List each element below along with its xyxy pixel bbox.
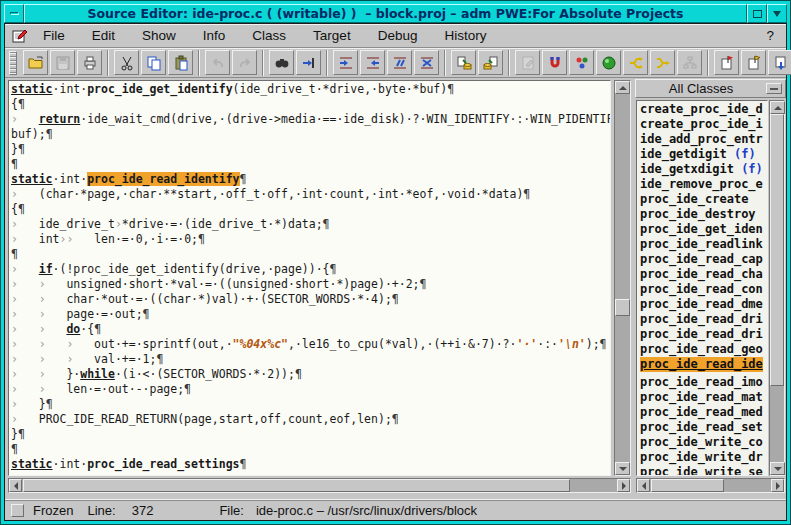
classlist-vscroll-trough[interactable] (770, 114, 784, 462)
code-line: }¶ (11, 427, 610, 442)
menu-class[interactable]: Class (252, 28, 286, 43)
code-line: › (char·*page,·char·**start,·off_t·off,·… (11, 187, 610, 202)
class-list-item[interactable]: proc_ide_readlink (640, 237, 767, 252)
class-list-item[interactable]: create_proc_ide_d (640, 102, 767, 117)
class-list-item[interactable]: proc_ide_destroy (640, 207, 767, 222)
editor-vertical-scrollbar[interactable] (614, 80, 631, 476)
toolbar-button-doc-down-icon[interactable] (768, 50, 791, 75)
class-list-item[interactable]: proc_ide_write_dr (640, 450, 767, 465)
menu-edit[interactable]: Edit (92, 28, 115, 43)
class-panel-header[interactable]: All Classes (635, 79, 786, 98)
toolbar-button-uncomment-icon[interactable] (414, 50, 439, 75)
toolbar-button-palette-icon[interactable] (569, 50, 594, 75)
title-strip: Source Editor: ide-proc.c ( (writable) )… (24, 4, 747, 23)
class-list-item[interactable]: ide_remove_proc_e (640, 177, 767, 192)
toolbar-button-merge-arrows-icon[interactable] (650, 50, 675, 75)
toolbar-button-paste-icon[interactable] (168, 50, 193, 75)
maximize-button[interactable] (747, 4, 767, 23)
toolbar-grip[interactable] (9, 51, 17, 75)
menu-help[interactable]: ? (766, 28, 774, 43)
menu-show[interactable]: Show (142, 28, 176, 43)
editor-horizontal-scrollbar[interactable] (8, 478, 631, 493)
toolbar-button-checkin-icon[interactable] (478, 50, 503, 75)
toolbar-button-checkout-icon[interactable] (451, 50, 476, 75)
code-line: › return·ide_wait_cmd(drive,·(drive->med… (11, 112, 610, 127)
toolbar-button-cut-icon[interactable] (114, 50, 139, 75)
class-list-item[interactable]: proc_ide_read_med (640, 405, 767, 420)
class-list-item[interactable]: proc_ide_read_dri (640, 327, 767, 342)
line-label: Line: (87, 503, 115, 518)
classlist-hscroll-thumb[interactable] (651, 479, 724, 492)
menu-debug[interactable]: Debug (378, 28, 418, 43)
class-list[interactable]: create_proc_ide_dcreate_proc_ide_iide_ad… (636, 100, 768, 476)
class-list-item-selected[interactable]: proc_ide_read_ide (640, 357, 763, 372)
toolbar-button-print-icon[interactable] (77, 50, 102, 75)
menu-history[interactable]: History (444, 28, 486, 43)
class-list-item[interactable]: ide_add_proc_entr (640, 132, 767, 147)
code-line: › › page·=·out;¶ (11, 307, 610, 322)
scroll-down-arrow-icon[interactable] (770, 462, 785, 475)
code-line: › › }·while·(i·<·(SECTOR_WORDS·*·2));¶ (11, 367, 610, 382)
class-list-item[interactable]: proc_ide_read_imo (640, 375, 767, 390)
toolbar-separator (326, 50, 328, 76)
toolbar (5, 48, 786, 78)
code-line: ¶ (11, 247, 610, 262)
class-list-item[interactable]: ide_getdigit (f) (640, 147, 767, 162)
scroll-up-arrow-icon[interactable] (615, 81, 630, 94)
code-line: static·int·proc_ide_get_identify(ide_dri… (11, 82, 610, 97)
menu-target[interactable]: Target (313, 28, 351, 43)
class-list-item[interactable]: proc_ide_read_cap (640, 252, 767, 267)
class-list-item[interactable]: proc_ide_read_dri (640, 312, 767, 327)
scroll-right-arrow-icon[interactable] (617, 479, 630, 492)
classlist-horizontal-scrollbar[interactable] (636, 478, 785, 493)
classlist-vertical-scrollbar[interactable] (769, 100, 785, 476)
class-list-item[interactable]: proc_ide_read_dme (640, 297, 767, 312)
toolbar-button-flag-build-icon[interactable] (741, 50, 766, 75)
classlist-hscroll-trough[interactable] (650, 479, 771, 492)
class-list-item[interactable]: proc_ide_get_iden (640, 222, 767, 237)
editor-hscroll-thumb[interactable] (23, 479, 570, 492)
toolbar-button-shift-right-icon[interactable] (333, 50, 358, 75)
toolbar-button-open-icon[interactable] (23, 50, 48, 75)
editor-hscroll-trough[interactable] (22, 479, 617, 492)
scroll-right-arrow-icon[interactable] (771, 479, 784, 492)
toolbar-button-sphere-icon[interactable] (596, 50, 621, 75)
scroll-down-arrow-icon[interactable] (615, 462, 630, 475)
toolbar-button-comment-icon[interactable] (387, 50, 412, 75)
editor-vscroll-thumb[interactable] (615, 299, 630, 316)
toolbar-button-copy-icon[interactable] (141, 50, 166, 75)
panel-collapse-button[interactable] (766, 83, 782, 94)
class-list-item[interactable]: proc_ide_create (640, 192, 767, 207)
code-line: › › len·=·out·-·page;¶ (11, 382, 610, 397)
toolbar-button-flag-delete-icon[interactable] (714, 50, 739, 75)
class-list-item[interactable]: proc_ide_read_geo (640, 342, 767, 357)
shade-button[interactable] (767, 4, 787, 23)
editor-vscroll-trough[interactable] (615, 94, 630, 462)
window-menu-button[interactable] (4, 4, 24, 23)
code-line: › ide_drive_t›*drive·=·(ide_drive_t·*)da… (11, 217, 610, 232)
class-list-item[interactable]: proc_ide_write_co (640, 435, 767, 450)
scroll-up-arrow-icon[interactable] (770, 101, 785, 114)
titlebar[interactable]: Source Editor: ide-proc.c ( (writable) )… (4, 4, 787, 23)
class-list-item[interactable]: create_proc_ide_i (640, 117, 767, 132)
code-editor[interactable]: static·int·proc_ide_get_identify(ide_dri… (8, 80, 611, 476)
code-line: › int›› len·=·0,·i·=·0;¶ (11, 232, 610, 247)
scroll-left-arrow-icon[interactable] (637, 479, 650, 492)
toolbar-button-magnet-icon[interactable] (542, 50, 567, 75)
code-line: }¶ (11, 142, 610, 157)
toolbar-button-find-icon[interactable] (269, 50, 294, 75)
freeze-toggle-button[interactable] (11, 504, 24, 517)
class-list-item[interactable]: proc_ide_write_se (640, 465, 767, 476)
scroll-left-arrow-icon[interactable] (9, 479, 22, 492)
menu-file[interactable]: File (43, 28, 65, 43)
toolbar-button-split-arrows-icon[interactable] (623, 50, 648, 75)
classlist-vscroll-thumb[interactable] (770, 114, 784, 386)
class-list-item[interactable]: proc_ide_read_mat (640, 390, 767, 405)
class-list-item[interactable]: ide_getxdigit (f) (640, 162, 767, 177)
class-list-item[interactable]: proc_ide_read_set (640, 420, 767, 435)
class-list-item[interactable]: proc_ide_read_con (640, 282, 767, 297)
menu-info[interactable]: Info (203, 28, 226, 43)
toolbar-button-shift-left-icon[interactable] (360, 50, 385, 75)
class-list-item[interactable]: proc_ide_read_cha (640, 267, 767, 282)
toolbar-button-goto-line-icon[interactable] (296, 50, 321, 75)
